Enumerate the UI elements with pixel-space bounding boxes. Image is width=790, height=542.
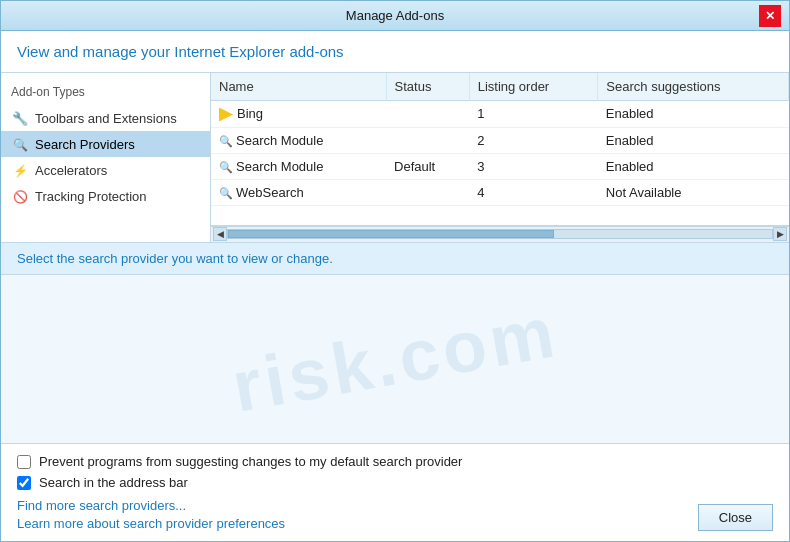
window-title: Manage Add-ons (31, 8, 759, 23)
cell-order: 3 (469, 153, 598, 179)
prevent-checkbox-row: Prevent programs from suggesting changes… (17, 454, 773, 469)
horizontal-scrollbar[interactable]: ◀ ▶ (211, 226, 789, 242)
row-name-text: Search Module (236, 159, 323, 174)
col-order: Listing order (469, 73, 598, 101)
col-suggestions: Search suggestions (598, 73, 789, 101)
row-name-text: Search Module (236, 133, 323, 148)
addon-types-label: Add-on Types (1, 81, 210, 105)
bing-icon (219, 108, 233, 122)
cell-order: 1 (469, 101, 598, 128)
address-label: Search in the address bar (39, 475, 188, 490)
cell-status (386, 179, 469, 205)
cell-suggestions: Enabled (598, 127, 789, 153)
cell-name: 🔍Search Module (211, 153, 386, 179)
status-text: Select the search provider you want to v… (17, 251, 333, 266)
cell-name: 🔍WebSearch (211, 179, 386, 205)
table-header-row: Name Status Listing order Search suggest… (211, 73, 789, 101)
cell-status (386, 101, 469, 128)
manage-addons-window: Manage Add-ons ✕ View and manage your In… (0, 0, 790, 542)
cell-suggestions: Enabled (598, 101, 789, 128)
header-section: View and manage your Internet Explorer a… (1, 31, 789, 73)
sidebar-label-toolbars: Toolbars and Extensions (35, 111, 177, 126)
row-name-text: WebSearch (236, 185, 304, 200)
col-status: Status (386, 73, 469, 101)
sidebar-item-tracking[interactable]: Tracking Protection (1, 183, 210, 209)
content-area: Name Status Listing order Search suggest… (211, 73, 789, 242)
toolbars-icon (11, 110, 29, 126)
scroll-left-arrow[interactable]: ◀ (213, 227, 227, 241)
watermark-area: risk.com (1, 275, 789, 444)
sidebar-item-search[interactable]: Search Providers (1, 131, 210, 157)
table-row[interactable]: 🔍WebSearch4Not Available (211, 179, 789, 205)
address-checkbox-row: Search in the address bar (17, 475, 773, 490)
col-name: Name (211, 73, 386, 101)
bottom-section: Prevent programs from suggesting changes… (1, 443, 789, 541)
sidebar-item-toolbars[interactable]: Toolbars and Extensions (1, 105, 210, 131)
cell-name: 🔍Search Module (211, 127, 386, 153)
title-bar: Manage Add-ons ✕ (1, 1, 789, 31)
cell-suggestions: Enabled (598, 153, 789, 179)
header-title: View and manage your Internet Explorer a… (17, 43, 344, 60)
find-more-link[interactable]: Find more search providers... (17, 498, 285, 513)
addons-table: Name Status Listing order Search suggest… (211, 73, 789, 206)
search-row-icon: 🔍 (219, 161, 232, 174)
main-area: Add-on Types Toolbars and Extensions Sea… (1, 73, 789, 242)
prevent-checkbox[interactable] (17, 455, 31, 469)
watermark-text: risk.com (226, 290, 563, 428)
prevent-label: Prevent programs from suggesting changes… (39, 454, 462, 469)
address-checkbox[interactable] (17, 476, 31, 490)
table-row[interactable]: 🔍Search Module2Enabled (211, 127, 789, 153)
accelerators-icon (11, 162, 29, 178)
cell-suggestions: Not Available (598, 179, 789, 205)
status-bar: Select the search provider you want to v… (1, 242, 789, 275)
table-row[interactable]: Bing1Enabled (211, 101, 789, 128)
table-container[interactable]: Name Status Listing order Search suggest… (211, 73, 789, 226)
sidebar: Add-on Types Toolbars and Extensions Sea… (1, 73, 211, 242)
scroll-right-arrow[interactable]: ▶ (773, 227, 787, 241)
sidebar-item-accelerators[interactable]: Accelerators (1, 157, 210, 183)
search-row-icon: 🔍 (219, 187, 232, 200)
table-row[interactable]: 🔍Search ModuleDefault3Enabled (211, 153, 789, 179)
search-providers-icon (11, 136, 29, 152)
window-close-button[interactable]: ✕ (759, 5, 781, 27)
footer-links: Find more search providers... Learn more… (17, 498, 773, 531)
tracking-icon (11, 188, 29, 204)
sidebar-label-accelerators: Accelerators (35, 163, 107, 178)
footer-left: Find more search providers... Learn more… (17, 498, 285, 531)
close-button[interactable]: Close (698, 504, 773, 531)
search-row-icon: 🔍 (219, 135, 232, 148)
cell-name: Bing (211, 101, 386, 128)
cell-order: 2 (469, 127, 598, 153)
learn-more-link[interactable]: Learn more about search provider prefere… (17, 516, 285, 531)
scrollbar-track[interactable] (227, 229, 773, 239)
sidebar-label-tracking: Tracking Protection (35, 189, 147, 204)
cell-status: Default (386, 153, 469, 179)
sidebar-label-search: Search Providers (35, 137, 135, 152)
cell-status (386, 127, 469, 153)
scrollbar-thumb[interactable] (228, 230, 554, 238)
cell-order: 4 (469, 179, 598, 205)
row-name-text: Bing (237, 106, 263, 121)
